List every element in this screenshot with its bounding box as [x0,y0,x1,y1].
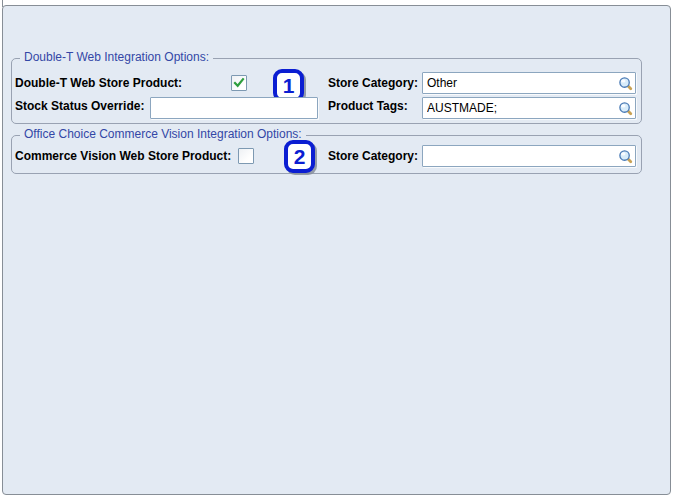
product-tags-label: Product Tags: [328,99,408,113]
magnifier-icon[interactable] [617,100,633,116]
product-tags-field [422,97,636,119]
store-category-input-2[interactable] [422,145,636,167]
commerce-vision-web-store-product-label: Commerce Vision Web Store Product: [15,149,231,163]
double-t-web-store-product-checkbox[interactable] [231,75,247,91]
screen: Double-T Web Integration Options: Double… [0,0,676,501]
store-category-input-1[interactable] [422,72,636,94]
annotation-badge-2: 2 [284,140,315,173]
check-icon [233,77,245,89]
commerce-vision-web-store-product-checkbox[interactable] [238,148,254,164]
store-category-field-2 [422,145,636,167]
magnifier-icon[interactable] [617,148,633,164]
store-category-label-2: Store Category: [328,149,418,163]
group-commerce-vision-legend: Office Choice Commerce Vision Integratio… [20,127,306,141]
store-category-field-1 [422,72,636,94]
double-t-web-store-product-label: Double-T Web Store Product: [15,76,182,90]
stock-status-override-label: Stock Status Override: [15,99,144,113]
product-tags-input[interactable] [422,97,636,119]
stock-status-override-field [150,97,318,119]
stock-status-override-input[interactable] [150,97,318,119]
magnifier-icon[interactable] [617,75,633,91]
group-double-t-legend: Double-T Web Integration Options: [20,50,213,64]
integration-options-panel: Double-T Web Integration Options: Double… [2,5,671,495]
store-category-label-1: Store Category: [328,76,418,90]
